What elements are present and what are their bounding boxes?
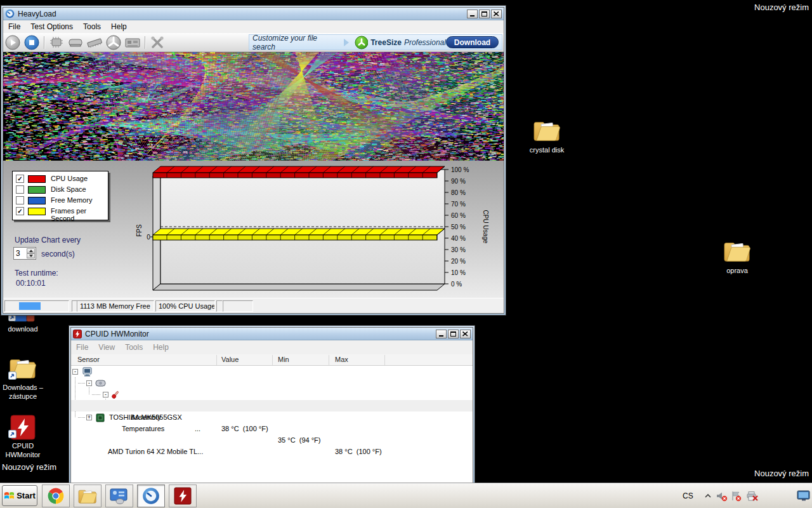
start-button[interactable]: Start	[2, 485, 37, 506]
gpu-card-icon	[124, 36, 141, 49]
hwmonitor-app-icon	[73, 330, 82, 338]
svg-text:40 %: 40 %	[451, 235, 466, 242]
spinner-up-button[interactable]	[27, 248, 35, 253]
flag-error-icon	[731, 491, 742, 502]
taskbar-heavyload-button[interactable]	[137, 485, 165, 507]
hwmonitor-titlebar[interactable]: CPUID HWMonitor	[71, 328, 473, 340]
options-button[interactable]	[148, 34, 167, 51]
update-interval-spinner[interactable]	[13, 247, 36, 260]
sensor-min: 35 °C (94 °F)	[278, 434, 320, 446]
disk-space-checkbox[interactable]: ✓	[16, 185, 24, 194]
collapse-toggle[interactable]: -	[86, 380, 92, 386]
fan-test-button[interactable]	[104, 34, 123, 51]
minimize-button[interactable]	[467, 10, 478, 18]
column-divider[interactable]	[384, 355, 385, 365]
taskbar-chrome-button[interactable]	[42, 485, 70, 507]
hwmonitor-window: CPUID HWMonitor File View Tools Help Sen…	[69, 325, 475, 489]
free-memory-swatch	[28, 197, 46, 204]
legend-label: CPU Usage	[51, 175, 88, 182]
column-min[interactable]: Min	[278, 356, 289, 363]
desktop-icon-label: crystal disk	[523, 145, 571, 154]
language-indicator[interactable]: CS	[683, 483, 693, 508]
svg-text:10 %: 10 %	[451, 269, 466, 276]
heavyload-app-icon	[5, 9, 15, 18]
heavyload-statusbar: 1113 MB Memory Free 100% CPU Usage	[3, 298, 504, 313]
fps-axis-label: FPS	[136, 224, 143, 237]
memory-test-button[interactable]	[85, 34, 104, 51]
download-button[interactable]: Download	[446, 36, 499, 48]
tree-row-temperatures[interactable]: - Temperatures	[71, 389, 473, 400]
disk-test-button[interactable]	[66, 34, 85, 51]
menu-view[interactable]: View	[93, 343, 120, 352]
menu-test-options[interactable]: Test Options	[25, 22, 78, 31]
column-divider[interactable]	[216, 355, 217, 365]
desktop-icon-label: download	[0, 324, 47, 333]
desktop-icon-crystal-disk[interactable]: crystal disk	[523, 118, 571, 154]
menu-tools[interactable]: Tools	[78, 22, 106, 31]
column-divider[interactable]	[329, 355, 329, 365]
desktop-icon-downloads-shortcut[interactable]: Downloads – zástupce	[0, 356, 47, 401]
cpu-usage-checkbox[interactable]: ✓	[16, 175, 24, 183]
folder-icon	[532, 118, 561, 144]
spinner-down-button[interactable]	[27, 253, 35, 258]
show-hidden-icons-button[interactable]	[704, 483, 712, 508]
legend-row-disk-space: ✓ Disk Space	[13, 185, 108, 195]
folder-icon	[8, 356, 37, 381]
stop-icon	[24, 35, 39, 50]
menu-file[interactable]: File	[3, 22, 25, 31]
column-max[interactable]: Max	[335, 356, 348, 363]
cpu-usage-swatch	[28, 175, 46, 183]
menu-file[interactable]: File	[71, 343, 93, 352]
taskbar: Start CS	[0, 483, 812, 508]
tree-row-amd-turion[interactable]: + AMD Turion 64 X2 Mobile TL...	[71, 411, 473, 423]
fps-checkbox[interactable]: ✓	[16, 207, 24, 215]
cpu-test-button[interactable]	[47, 34, 66, 51]
column-value[interactable]: Value	[221, 356, 239, 363]
taskbar-file-explorer-button[interactable]	[74, 485, 102, 507]
tree-row-assembly[interactable]: Assembly 38 °C (100 °F) 35 °C (94 °F) 38…	[71, 400, 473, 411]
menu-help[interactable]: Help	[148, 343, 174, 352]
taskbar-control-panel-button[interactable]	[105, 485, 133, 507]
printer-tray-icon[interactable]	[746, 483, 759, 508]
display-tray-icon[interactable]	[797, 483, 810, 508]
gpu-test-button[interactable]	[123, 34, 142, 51]
test-runtime-value: 00:10:01	[16, 279, 46, 288]
treesize-ad-banner[interactable]: Customize your file search TreeSize Prof…	[249, 34, 502, 50]
treesize-logo-icon	[355, 36, 368, 50]
column-divider[interactable]	[272, 355, 273, 365]
fps-ribbon	[153, 229, 445, 240]
ram-icon	[86, 36, 103, 49]
desktop-icon-cpuid-hwmonitor[interactable]: CPUID HWMonitor	[0, 414, 47, 459]
cpuid-icon	[174, 487, 192, 505]
svg-text:30 %: 30 %	[451, 246, 466, 253]
menu-tools[interactable]: Tools	[120, 343, 148, 352]
column-sensor[interactable]: Sensor	[77, 356, 100, 363]
stop-test-button[interactable]	[22, 34, 41, 51]
maximize-button[interactable]	[448, 330, 459, 338]
taskbar-hwmonitor-button[interactable]	[169, 485, 197, 507]
safe-mode-label-bottom-right: Nouzový režim	[754, 469, 809, 478]
minimize-button[interactable]	[436, 330, 447, 338]
expand-toggle[interactable]: +	[86, 415, 92, 420]
close-button[interactable]	[460, 330, 471, 338]
maximize-button[interactable]	[479, 10, 490, 18]
menu-help[interactable]: Help	[106, 22, 132, 31]
sensor-node-extra: ...	[195, 423, 200, 434]
tree-row-msi-pc[interactable]: - MSI-PC	[71, 366, 473, 377]
collapse-toggle[interactable]: -	[103, 392, 108, 398]
desktop-icon-label: CPUID HWMonitor	[0, 441, 47, 459]
free-memory-checkbox[interactable]: ✓	[16, 196, 24, 204]
test-runtime-label: Test runtime:	[15, 269, 58, 277]
legend-label: Free Memory	[51, 196, 92, 204]
heavyload-titlebar[interactable]: HeavyLoad	[3, 8, 504, 20]
start-test-button[interactable]	[3, 34, 22, 51]
action-center-tray-icon[interactable]	[731, 483, 742, 508]
tree-row-toshiba-disk[interactable]: - TOSHIBA MK5055GSX ...	[71, 377, 473, 389]
interval-input[interactable]	[16, 249, 26, 258]
heavyload-chart-panel: ✓ CPU Usage ✓ Disk Space ✓ Free Memory	[3, 161, 504, 298]
close-button[interactable]	[491, 10, 502, 18]
desktop-icon-oprava[interactable]: oprava	[713, 239, 761, 275]
volume-tray-icon[interactable]	[716, 483, 728, 508]
windows-logo-icon	[4, 491, 15, 500]
collapse-toggle[interactable]: -	[72, 369, 78, 375]
